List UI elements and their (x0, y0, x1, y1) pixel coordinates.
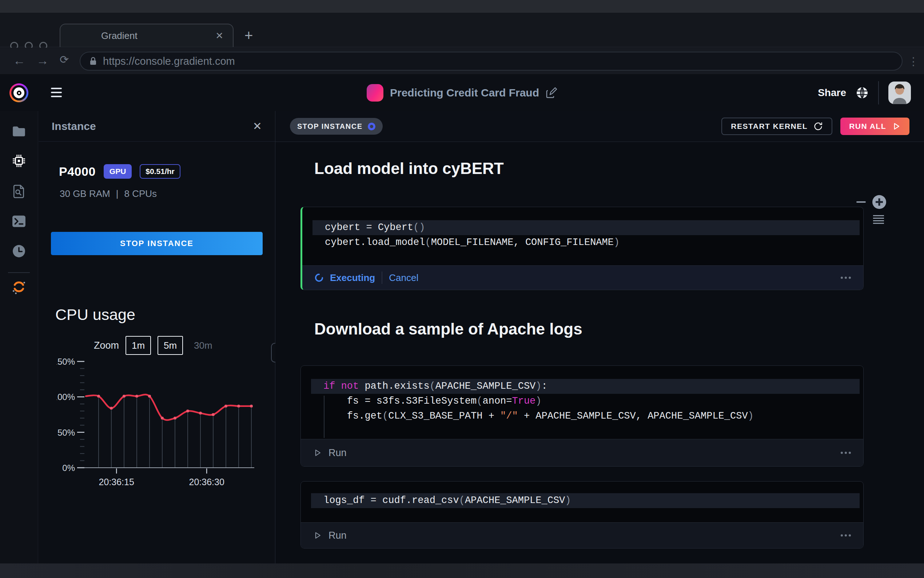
run-play-icon[interactable] (313, 448, 322, 457)
search-document-icon[interactable] (12, 185, 26, 198)
zoom-out-icon[interactable] (856, 201, 866, 203)
cpu-usage-chart: 0%50%100%150%20:36:1520:36:30 (57, 354, 275, 503)
code-editor[interactable]: cybert = Cybert()cybert.load_model(MODEL… (302, 207, 863, 265)
url-text: https://console.gradient.com (103, 55, 235, 67)
machine-specs: 30 GB RAM | 8 CPUs (60, 188, 157, 200)
forward-icon[interactable]: → (36, 54, 49, 67)
zoom-in-icon[interactable] (872, 195, 886, 209)
address-field[interactable]: https://console.gradient.com (80, 52, 903, 71)
reload-icon[interactable]: ⟳ (60, 54, 69, 65)
history-clock-icon[interactable] (12, 244, 26, 258)
user-avatar[interactable] (888, 81, 911, 104)
share-button[interactable]: Share (818, 87, 846, 99)
status-divider (382, 271, 382, 284)
code-cell-apache[interactable]: if not path.exists(APACHE_SAMPLE_CSV): f… (301, 365, 864, 467)
main-area: Instance ✕ P4000 GPU $0.51/hr 30 GB RAM … (0, 111, 924, 563)
new-tab-icon[interactable]: + (244, 28, 253, 42)
run-cell-button[interactable]: Run (328, 530, 347, 541)
svg-text:150%: 150% (57, 357, 75, 367)
stop-instance-button[interactable]: STOP INSTANCE (51, 232, 263, 255)
public-globe-icon[interactable] (856, 86, 869, 99)
instance-status-icon (368, 123, 375, 130)
code-cell-executing[interactable]: cybert = Cybert()cybert.load_model(MODEL… (301, 207, 864, 290)
page-title: Predicting Credit Card Fraud (390, 87, 539, 99)
play-icon (892, 122, 901, 131)
cell-run-bar: Run (301, 439, 863, 466)
svg-text:20:36:15: 20:36:15 (99, 477, 134, 487)
compute-chip-icon[interactable] (12, 154, 26, 168)
code-editor[interactable]: logs_df = cudf.read_csv(APACHE_SAMPLE_CS… (301, 482, 863, 522)
svg-text:50%: 50% (57, 428, 75, 437)
close-panel-icon[interactable]: ✕ (253, 121, 262, 132)
cpu-usage-title: CPU usage (55, 306, 135, 323)
files-icon[interactable] (12, 125, 26, 137)
cell-run-bar: Run (301, 522, 863, 548)
project-title-group: Predicting Credit Card Fraud (367, 75, 557, 111)
ram-spec: 30 GB RAM (60, 188, 110, 200)
gradient-logo-icon[interactable] (10, 83, 28, 102)
run-all-button[interactable]: RUN ALL (840, 118, 909, 135)
header-actions: Share (818, 75, 911, 111)
left-icon-rail (0, 111, 38, 563)
desktop-top-strip (0, 0, 924, 13)
gradient-spinner-icon (11, 279, 26, 294)
project-icon (367, 84, 384, 102)
restart-kernel-button[interactable]: RESTART KERNEL (722, 118, 832, 135)
markdown-heading-1: Load model into cyBERT (314, 142, 864, 178)
cell-status-bar: Executing Cancel (302, 265, 863, 290)
indent-guide (324, 396, 325, 438)
rail-divider (8, 272, 30, 273)
cell-more-options-icon[interactable] (841, 452, 851, 454)
chart-zoom-controls: Zoom 1m 5m 30m (94, 336, 217, 355)
lock-icon (89, 57, 97, 66)
cancel-execution-link[interactable]: Cancel (389, 272, 418, 284)
edit-title-icon[interactable] (546, 87, 557, 99)
executing-spinner-icon (315, 273, 324, 282)
notebook-area: STOP INSTANCE RESTART KERNEL RUN ALL (275, 111, 924, 563)
markdown-heading-2: Download a sample of Apache logs (314, 320, 864, 338)
instance-panel-header: Instance ✕ (39, 111, 275, 141)
restart-icon (813, 122, 823, 131)
svg-text:20:36:30: 20:36:30 (189, 477, 224, 487)
zoom-5m-button[interactable]: 5m (157, 336, 183, 355)
menu-icon[interactable] (51, 88, 62, 97)
machine-name: P4000 (59, 164, 95, 179)
zoom-label: Zoom (94, 340, 119, 351)
zoom-30m-button[interactable]: 30m (189, 336, 217, 355)
terminal-icon[interactable] (12, 215, 26, 227)
code-editor[interactable]: if not path.exists(APACHE_SAMPLE_CSV): f… (301, 366, 863, 439)
browser-tab[interactable]: Gradient ✕ (60, 24, 233, 47)
notebook-canvas: Load model into cyBERT cybert = Cybert()… (275, 142, 924, 563)
instance-panel-title: Instance (52, 120, 253, 133)
app-header: Predicting Credit Card Fraud Share (0, 75, 924, 111)
svg-text:0%: 0% (62, 463, 75, 473)
browser-url-bar: ← → ⟳ https://console.gradient.com ⋮ (0, 48, 924, 75)
cell-more-options-icon[interactable] (841, 534, 851, 536)
screen: Gradient ✕ + ← → ⟳ https://console.gradi… (0, 0, 924, 578)
browser-menu-icon[interactable]: ⋮ (908, 55, 919, 68)
tab-title: Gradient (101, 30, 215, 42)
browser-tab-bar: Gradient ✕ + (0, 13, 924, 47)
tab-close-icon[interactable]: ✕ (215, 31, 223, 41)
notebook-toolbar: STOP INSTANCE RESTART KERNEL RUN ALL (275, 111, 924, 142)
code-cell-readcsv[interactable]: logs_df = cudf.read_csv(APACHE_SAMPLE_CS… (301, 481, 864, 549)
gpu-badge: GPU (104, 164, 132, 179)
run-cell-button[interactable]: Run (328, 447, 347, 459)
stop-instance-pill-button[interactable]: STOP INSTANCE (290, 118, 383, 135)
outline-list-icon[interactable] (873, 215, 884, 224)
svg-text:100%: 100% (57, 392, 75, 402)
machine-row: P4000 GPU $0.51/hr (59, 164, 180, 179)
run-play-icon[interactable] (313, 531, 322, 540)
executing-status: Executing (330, 272, 375, 284)
header-divider (878, 81, 879, 104)
desktop-bottom-strip (0, 563, 924, 578)
zoom-1m-button[interactable]: 1m (126, 336, 151, 355)
cell-more-options-icon[interactable] (841, 277, 851, 279)
spec-divider: | (116, 188, 118, 200)
back-icon[interactable]: ← (13, 54, 26, 67)
cpu-spec: 8 CPUs (124, 188, 157, 200)
price-badge: $0.51/hr (140, 164, 180, 179)
instance-panel: Instance ✕ P4000 GPU $0.51/hr 30 GB RAM … (39, 111, 275, 563)
